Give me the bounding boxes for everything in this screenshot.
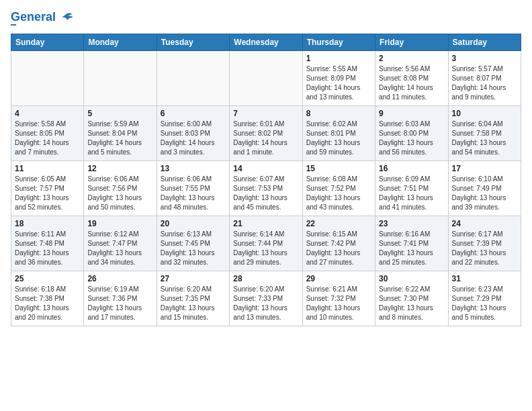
calendar-cell: 23Sunrise: 6:16 AM Sunset: 7:41 PM Dayli… — [375, 216, 448, 271]
day-number: 27 — [161, 274, 226, 283]
day-number: 5 — [87, 109, 152, 118]
calendar-cell: 2Sunrise: 5:56 AM Sunset: 8:08 PM Daylig… — [375, 50, 448, 105]
day-info: Sunrise: 6:20 AM Sunset: 7:35 PM Dayligh… — [161, 285, 226, 322]
day-number: 13 — [161, 164, 226, 173]
calendar-week-row: 1Sunrise: 5:55 AM Sunset: 8:09 PM Daylig… — [11, 50, 521, 105]
day-number: 26 — [87, 274, 152, 283]
day-number: 3 — [452, 54, 517, 63]
day-number: 31 — [452, 274, 517, 283]
calendar-cell: 5Sunrise: 5:59 AM Sunset: 8:04 PM Daylig… — [84, 105, 157, 161]
day-number: 7 — [233, 109, 298, 118]
calendar-cell: 4Sunrise: 5:58 AM Sunset: 8:05 PM Daylig… — [11, 105, 84, 161]
calendar-cell: 10Sunrise: 6:04 AM Sunset: 7:58 PM Dayli… — [448, 105, 521, 161]
weekday-header-monday: Monday — [84, 34, 157, 50]
day-number: 8 — [306, 109, 371, 118]
calendar-cell: 7Sunrise: 6:01 AM Sunset: 8:02 PM Daylig… — [230, 105, 302, 161]
weekday-header-wednesday: Wednesday — [230, 34, 302, 50]
day-number: 18 — [15, 219, 80, 228]
day-info: Sunrise: 5:56 AM Sunset: 8:08 PM Dayligh… — [379, 64, 444, 102]
calendar-cell: 26Sunrise: 6:19 AM Sunset: 7:36 PM Dayli… — [84, 271, 157, 326]
day-info: Sunrise: 6:16 AM Sunset: 7:41 PM Dayligh… — [379, 230, 444, 267]
calendar-cell: 24Sunrise: 6:17 AM Sunset: 7:39 PM Dayli… — [448, 216, 521, 271]
weekday-header-sunday: Sunday — [11, 34, 84, 50]
day-number: 2 — [379, 54, 444, 63]
calendar-cell: 27Sunrise: 6:20 AM Sunset: 7:35 PM Dayli… — [157, 271, 229, 326]
weekday-header-friday: Friday — [375, 34, 448, 50]
calendar-cell: 29Sunrise: 6:21 AM Sunset: 7:32 PM Dayli… — [302, 271, 375, 326]
calendar-cell: 9Sunrise: 6:03 AM Sunset: 8:00 PM Daylig… — [375, 105, 448, 161]
day-info: Sunrise: 6:15 AM Sunset: 7:42 PM Dayligh… — [306, 230, 371, 267]
day-number: 19 — [87, 219, 152, 228]
day-number: 28 — [233, 274, 298, 283]
day-info: Sunrise: 6:09 AM Sunset: 7:51 PM Dayligh… — [379, 175, 444, 212]
calendar-cell: 1Sunrise: 5:55 AM Sunset: 8:09 PM Daylig… — [302, 50, 375, 105]
calendar-cell: 22Sunrise: 6:15 AM Sunset: 7:42 PM Dayli… — [302, 216, 375, 271]
day-info: Sunrise: 6:06 AM Sunset: 7:56 PM Dayligh… — [87, 175, 152, 212]
day-number: 4 — [15, 109, 80, 118]
calendar-cell: 14Sunrise: 6:07 AM Sunset: 7:53 PM Dayli… — [230, 161, 302, 216]
calendar-cell: 30Sunrise: 6:22 AM Sunset: 7:30 PM Dayli… — [375, 271, 448, 326]
day-number: 20 — [161, 219, 226, 228]
day-info: Sunrise: 6:07 AM Sunset: 7:53 PM Dayligh… — [233, 175, 298, 212]
day-number: 30 — [379, 274, 444, 283]
day-info: Sunrise: 6:14 AM Sunset: 7:44 PM Dayligh… — [233, 230, 298, 267]
calendar-cell: 13Sunrise: 6:06 AM Sunset: 7:55 PM Dayli… — [157, 161, 229, 216]
day-number: 11 — [15, 164, 80, 173]
calendar-table: SundayMondayTuesdayWednesdayThursdayFrid… — [11, 34, 521, 326]
day-number: 29 — [306, 274, 371, 283]
day-number: 21 — [233, 219, 298, 228]
day-number: 12 — [87, 164, 152, 173]
day-info: Sunrise: 6:20 AM Sunset: 7:33 PM Dayligh… — [233, 285, 298, 322]
day-info: Sunrise: 6:08 AM Sunset: 7:52 PM Dayligh… — [306, 175, 371, 212]
day-number: 17 — [452, 164, 517, 173]
calendar-week-row: 11Sunrise: 6:05 AM Sunset: 7:57 PM Dayli… — [11, 161, 521, 216]
day-info: Sunrise: 5:55 AM Sunset: 8:09 PM Dayligh… — [306, 64, 371, 102]
day-number: 1 — [306, 54, 371, 63]
calendar-header-row: SundayMondayTuesdayWednesdayThursdayFrid… — [11, 34, 521, 50]
day-info: Sunrise: 6:23 AM Sunset: 7:29 PM Dayligh… — [452, 285, 517, 322]
day-info: Sunrise: 6:01 AM Sunset: 8:02 PM Dayligh… — [233, 120, 298, 157]
day-info: Sunrise: 6:00 AM Sunset: 8:03 PM Dayligh… — [161, 120, 226, 157]
calendar-cell: 19Sunrise: 6:12 AM Sunset: 7:47 PM Dayli… — [84, 216, 157, 271]
calendar-cell: 6Sunrise: 6:00 AM Sunset: 8:03 PM Daylig… — [157, 105, 229, 161]
calendar-cell — [84, 50, 157, 105]
calendar-cell: 18Sunrise: 6:11 AM Sunset: 7:48 PM Dayli… — [11, 216, 84, 271]
day-info: Sunrise: 5:57 AM Sunset: 8:07 PM Dayligh… — [452, 64, 517, 102]
calendar-week-row: 4Sunrise: 5:58 AM Sunset: 8:05 PM Daylig… — [11, 105, 521, 161]
day-info: Sunrise: 5:59 AM Sunset: 8:04 PM Dayligh… — [87, 120, 152, 157]
day-info: Sunrise: 5:58 AM Sunset: 8:05 PM Dayligh… — [15, 120, 80, 157]
day-info: Sunrise: 6:21 AM Sunset: 7:32 PM Dayligh… — [306, 285, 371, 322]
calendar-cell: 21Sunrise: 6:14 AM Sunset: 7:44 PM Dayli… — [230, 216, 302, 271]
day-info: Sunrise: 6:05 AM Sunset: 7:57 PM Dayligh… — [15, 175, 80, 212]
day-number: 24 — [452, 219, 517, 228]
day-number: 22 — [306, 219, 371, 228]
day-number: 6 — [161, 109, 226, 118]
day-info: Sunrise: 6:06 AM Sunset: 7:55 PM Dayligh… — [161, 175, 226, 212]
calendar-cell: 25Sunrise: 6:18 AM Sunset: 7:38 PM Dayli… — [11, 271, 84, 326]
calendar-cell: 15Sunrise: 6:08 AM Sunset: 7:52 PM Dayli… — [302, 161, 375, 216]
calendar-cell: 3Sunrise: 5:57 AM Sunset: 8:07 PM Daylig… — [448, 50, 521, 105]
day-info: Sunrise: 6:13 AM Sunset: 7:45 PM Dayligh… — [161, 230, 226, 267]
day-info: Sunrise: 6:19 AM Sunset: 7:36 PM Dayligh… — [87, 285, 152, 322]
day-number: 9 — [379, 109, 444, 118]
day-number: 25 — [15, 274, 80, 283]
day-info: Sunrise: 6:10 AM Sunset: 7:49 PM Dayligh… — [452, 175, 517, 212]
day-number: 10 — [452, 109, 517, 118]
calendar-cell — [157, 50, 229, 105]
logo-bird-icon — [60, 12, 74, 23]
page-header: General — [11, 11, 521, 26]
calendar-cell: 8Sunrise: 6:02 AM Sunset: 8:01 PM Daylig… — [302, 105, 375, 161]
day-number: 16 — [379, 164, 444, 173]
day-number: 15 — [306, 164, 371, 173]
day-number: 14 — [233, 164, 298, 173]
day-info: Sunrise: 6:02 AM Sunset: 8:01 PM Dayligh… — [306, 120, 371, 157]
calendar-week-row: 25Sunrise: 6:18 AM Sunset: 7:38 PM Dayli… — [11, 271, 521, 326]
day-info: Sunrise: 6:04 AM Sunset: 7:58 PM Dayligh… — [452, 120, 517, 157]
calendar-cell: 17Sunrise: 6:10 AM Sunset: 7:49 PM Dayli… — [448, 161, 521, 216]
day-info: Sunrise: 6:22 AM Sunset: 7:30 PM Dayligh… — [379, 285, 444, 322]
weekday-header-thursday: Thursday — [302, 34, 375, 50]
calendar-cell — [11, 50, 84, 105]
logo-general: General — [11, 10, 56, 24]
weekday-header-tuesday: Tuesday — [157, 34, 229, 50]
weekday-header-saturday: Saturday — [448, 34, 521, 50]
